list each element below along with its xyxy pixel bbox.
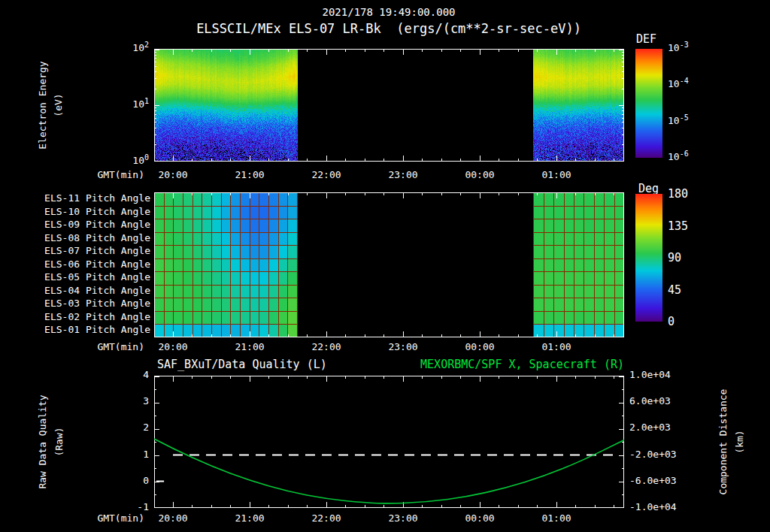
right-y-tick: -6.0e+03 xyxy=(629,476,677,487)
tick-base: 10 xyxy=(668,78,680,89)
right-y-tick: -1.0e+04 xyxy=(629,502,677,513)
deg-tick: 135 xyxy=(668,220,688,233)
tick-base: 10 xyxy=(668,115,680,126)
x-tick-label: 01:00 xyxy=(541,513,571,524)
tick-base: 10 xyxy=(668,151,680,162)
tick-exp: -3 xyxy=(680,41,689,49)
deg-tick: 90 xyxy=(668,252,681,264)
x-tick-label: 01:00 xyxy=(541,170,571,181)
deg-tick: 180 xyxy=(668,188,688,201)
pitch-row-label: ELS-07 Pitch Angle xyxy=(29,246,150,257)
right-y-tick: 1.0e+04 xyxy=(629,370,671,381)
pitch-angle-heatmap xyxy=(154,192,624,337)
x-tick-label: 00:00 xyxy=(465,513,494,524)
x-tick-label: 22:00 xyxy=(311,513,341,524)
x-tick-label: 20:00 xyxy=(158,513,187,524)
pitch-row-label: ELS-11 Pitch Angle xyxy=(29,193,150,204)
left-y-tick: 4 xyxy=(120,370,149,381)
timestamp-title: 2021/178 19:49:00.000 xyxy=(322,6,455,18)
def-colorbar-label: DEF xyxy=(636,33,656,46)
tick-base: 10 xyxy=(132,155,144,166)
x-tick-label: 23:00 xyxy=(388,513,417,524)
left-y-axis-label: Raw Data Quality xyxy=(38,394,49,488)
pitch-row-label: ELS-06 Pitch Angle xyxy=(29,259,150,271)
electron-energy-spectrogram xyxy=(154,49,624,162)
def-tick: 10-5 xyxy=(668,116,689,127)
spacecraft-series-title: MEXORBMC/SPF X, Spacecraft (R) xyxy=(399,358,624,371)
left-y-tick: 0 xyxy=(120,476,149,487)
def-tick: 10-3 xyxy=(668,43,689,54)
pitch-row-label: ELS-05 Pitch Angle xyxy=(29,272,150,283)
x-tick-label: 21:00 xyxy=(235,513,264,524)
pitch-row-label: ELS-02 Pitch Angle xyxy=(29,312,150,323)
tick-base: 10 xyxy=(132,42,144,53)
left-y-tick: -1 xyxy=(120,502,149,513)
left-y-tick: 1 xyxy=(120,449,149,461)
right-y-tick: 2.0e+03 xyxy=(629,422,671,434)
tick-exp: 2 xyxy=(144,41,149,49)
tick-exp: -6 xyxy=(680,150,689,158)
x-tick-label: 21:00 xyxy=(235,342,264,353)
right-y-tick: -2.0e+03 xyxy=(629,449,677,461)
left-y-tick: 2 xyxy=(120,422,149,434)
right-y-tick: 6.0e+03 xyxy=(629,396,671,407)
x-tick-label: 00:00 xyxy=(465,170,494,181)
spectrogram-y-tick-10: 101 xyxy=(114,99,149,110)
tick-base: 10 xyxy=(668,42,680,53)
spectrogram-y-axis-label: Electron Energy xyxy=(38,61,49,149)
pitch-row-label: ELS-04 Pitch Angle xyxy=(29,286,150,297)
x-tick-label: 00:00 xyxy=(465,342,494,353)
x-tick-label: 20:00 xyxy=(158,342,187,353)
left-y-axis-units: (Raw) xyxy=(54,427,65,456)
tick-base: 10 xyxy=(132,98,144,110)
x-tick-label: 01:00 xyxy=(541,342,571,353)
def-tick: 10-4 xyxy=(668,79,689,90)
pitch-row-label: ELS-10 Pitch Angle xyxy=(29,207,150,218)
x-tick-label: 22:00 xyxy=(311,342,341,353)
spectrogram-y-tick-100: 102 xyxy=(114,43,149,54)
def-tick: 10-6 xyxy=(668,152,689,163)
pitch-row-label: ELS-03 Pitch Angle xyxy=(29,298,150,310)
pitch-row-label: ELS-09 Pitch Angle xyxy=(29,219,150,231)
spectrogram-y-tick-1: 100 xyxy=(114,156,149,167)
deg-colorbar xyxy=(635,194,662,322)
left-y-tick: 3 xyxy=(120,396,149,407)
x-tick-label: 23:00 xyxy=(388,342,417,353)
tick-exp: -5 xyxy=(680,113,689,122)
gmt-axis-label: GMT(min) xyxy=(75,513,144,524)
tick-exp: 0 xyxy=(144,153,149,162)
x-tick-label: 20:00 xyxy=(158,170,187,181)
plot-screen: 2021/178 19:49:00.000 ELSSCIL/MEx ELS-07… xyxy=(0,0,770,532)
gmt-axis-label: GMT(min) xyxy=(75,342,144,353)
pitch-row-label: ELS-08 Pitch Angle xyxy=(29,233,150,244)
tick-exp: -4 xyxy=(680,77,689,85)
deg-tick: 45 xyxy=(668,284,681,297)
spectrogram-y-axis-units: (eV) xyxy=(53,93,65,116)
x-tick-label: 22:00 xyxy=(311,170,341,181)
def-colorbar xyxy=(635,49,662,158)
x-tick-label: 21:00 xyxy=(235,170,264,181)
x-tick-label: 23:00 xyxy=(388,170,417,181)
pitch-row-label: ELS-01 Pitch Angle xyxy=(29,325,150,336)
deg-tick: 0 xyxy=(668,316,675,328)
tick-exp: 1 xyxy=(144,97,149,105)
right-y-axis-label: Component Distance xyxy=(718,389,729,495)
quality-distance-plot xyxy=(154,376,624,508)
right-y-axis-units: (km) xyxy=(735,430,746,453)
quality-series-title: SAF_BXuT/Data Quality (L) xyxy=(157,358,327,371)
gmt-axis-label: GMT(min) xyxy=(75,170,144,181)
plot-title: ELSSCIL/MEx ELS-07 LR-Bk (ergs/(cm**2-sr… xyxy=(196,22,581,37)
